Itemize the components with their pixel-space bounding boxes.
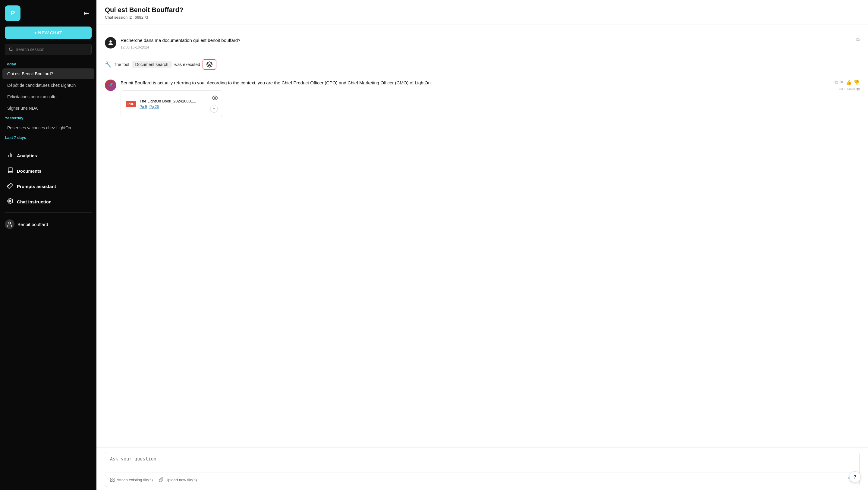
user-message-content: Recherche dans ma documentation qui est …: [121, 37, 860, 50]
today-label: Today: [0, 60, 96, 68]
user-name: Benoit bouffard: [18, 222, 48, 227]
upload-label: Upload new file(s): [165, 478, 197, 482]
messages-area: Recherche dans ma documentation qui est …: [96, 24, 868, 447]
logo: P: [5, 5, 21, 21]
pdf-icon: PDF: [126, 101, 136, 107]
yesterday-label: Yesterday: [0, 114, 96, 122]
new-chat-button[interactable]: + NEW CHAT: [5, 27, 92, 39]
book-icon: [7, 167, 13, 175]
user-avatar: [105, 37, 116, 49]
svg-point-8: [110, 41, 112, 43]
user-message-text: Recherche dans ma documentation qui est …: [121, 37, 860, 44]
search-input[interactable]: [16, 47, 88, 52]
tool-prefix: The tool: [114, 62, 129, 67]
search-icon: [9, 47, 13, 52]
user-message: Recherche dans ma documentation qui est …: [105, 32, 860, 55]
svg-rect-14: [111, 480, 112, 482]
layers-icon: [206, 61, 213, 68]
session-id: Chat session ID: 6682 ⧉: [105, 15, 860, 20]
list-item[interactable]: Félicitations pour ton oulto: [2, 91, 94, 102]
user-message-time: 12:08 16-10-2024: [121, 45, 860, 50]
preview-icon[interactable]: [212, 95, 218, 102]
sidebar-item-prompts[interactable]: Prompts assistant: [2, 179, 94, 194]
svg-point-6: [10, 201, 11, 202]
assistant-message: 🦸 Benoit Bouffard is actually referring …: [105, 74, 860, 123]
chat-header: Qui est Benoit Bouffard? Chat session ID…: [96, 0, 868, 24]
user-message-actions: ⧉: [856, 37, 860, 42]
collapse-button[interactable]: ⇤: [82, 8, 92, 18]
svg-marker-9: [207, 61, 212, 64]
input-toolbar: Attach existing file(s) Upload new file(…: [105, 472, 859, 487]
sidebar-item-chat-instruction[interactable]: Chat instruction: [2, 194, 94, 209]
doc-card: PDF The LightOn Book_202410031... Pg 9 P…: [121, 90, 223, 117]
assistant-message-content: Benoit Bouffard is actually referring to…: [121, 80, 860, 118]
svg-point-10: [214, 97, 216, 99]
copy-answer-icon[interactable]: ⧉: [835, 80, 838, 85]
documents-label: Documents: [17, 169, 41, 174]
input-box: Attach existing file(s) Upload new file(…: [105, 452, 860, 487]
chat-item-active[interactable]: Qui est Benoit Bouffard?: [2, 68, 94, 79]
upload-files-button[interactable]: Upload new file(s): [159, 477, 197, 482]
sidebar: P ⇤ + NEW CHAT Today Qui est Benoit Bouf…: [0, 0, 96, 490]
action-icons: ⧉ ⚑ 👍 👎: [835, 80, 860, 85]
flag-icon[interactable]: ⚑: [840, 80, 844, 85]
analytics-label: Analytics: [17, 153, 37, 158]
assistant-avatar: 🦸: [105, 80, 116, 91]
sidebar-item-documents[interactable]: Documents: [2, 164, 94, 178]
copy-uid-icon[interactable]: ⧉: [857, 87, 860, 92]
copy-session-id-icon[interactable]: ⧉: [145, 15, 148, 20]
svg-rect-12: [113, 478, 114, 480]
svg-rect-13: [113, 480, 114, 482]
attach-label: Attach existing file(s): [117, 478, 153, 482]
tool-layers-icon-box[interactable]: [203, 59, 216, 70]
doc-card-actions: +: [210, 95, 218, 113]
expand-doc-button[interactable]: +: [210, 105, 218, 113]
chart-icon: [7, 152, 13, 159]
wand-icon: [7, 183, 13, 190]
divider: [5, 145, 92, 145]
attach-files-button[interactable]: Attach existing file(s): [110, 477, 153, 482]
doc-info: The LightOn Book_202410031... Pg 9 Pg 26: [140, 99, 207, 109]
tool-execution-banner: 🔧 The tool Document search was executed: [105, 55, 860, 74]
tool-name-chip: Document search: [132, 61, 172, 68]
attach-icon: [110, 477, 115, 482]
last7-label: Last 7 days: [0, 133, 96, 142]
thumbs-up-icon[interactable]: 👍: [846, 80, 852, 85]
paperclip-icon: [159, 477, 164, 482]
question-input[interactable]: [105, 452, 859, 471]
gear-icon: [7, 198, 13, 206]
list-item[interactable]: Poser ses vacances chez LightOn: [2, 122, 94, 133]
uid-label: UID: 14644 ⧉: [839, 87, 860, 92]
list-item[interactable]: Signer une NDA: [2, 103, 94, 114]
chat-instruction-label: Chat instruction: [17, 199, 52, 204]
new-chat-label: + NEW CHAT: [34, 30, 62, 35]
sidebar-top: P ⇤: [0, 0, 96, 24]
sidebar-item-analytics[interactable]: Analytics: [2, 148, 94, 163]
thumbs-down-icon[interactable]: 👎: [854, 80, 860, 85]
help-button[interactable]: ?: [849, 471, 861, 483]
main-content: Qui est Benoit Bouffard? Chat session ID…: [96, 0, 868, 490]
svg-line-1: [12, 50, 13, 51]
chat-title: Qui est Benoit Bouffard?: [105, 6, 860, 14]
doc-name: The LightOn Book_202410031...: [140, 99, 207, 103]
tool-wrench-icon: 🔧: [105, 61, 112, 68]
assistant-message-text: Benoit Bouffard is actually referring to…: [121, 80, 860, 87]
doc-page-26[interactable]: Pg 26: [150, 104, 159, 109]
tool-suffix: was executed: [174, 62, 200, 67]
svg-rect-11: [111, 478, 112, 480]
user-profile[interactable]: Benoit bouffard: [0, 216, 96, 233]
input-area: Attach existing file(s) Upload new file(…: [96, 447, 868, 490]
doc-pages: Pg 9 Pg 26: [140, 104, 207, 109]
doc-page-9[interactable]: Pg 9: [140, 104, 147, 109]
prompts-label: Prompts assistant: [17, 184, 56, 189]
copy-message-icon[interactable]: ⧉: [856, 37, 860, 42]
assistant-message-actions: ⧉ ⚑ 👍 👎 UID: 14644 ⧉: [835, 80, 860, 92]
svg-point-7: [9, 222, 11, 224]
avatar: [5, 219, 14, 229]
search-box: [5, 44, 92, 55]
divider-bottom: [5, 212, 92, 213]
list-item[interactable]: Dépôt de candidatures chez LightOn: [2, 80, 94, 91]
